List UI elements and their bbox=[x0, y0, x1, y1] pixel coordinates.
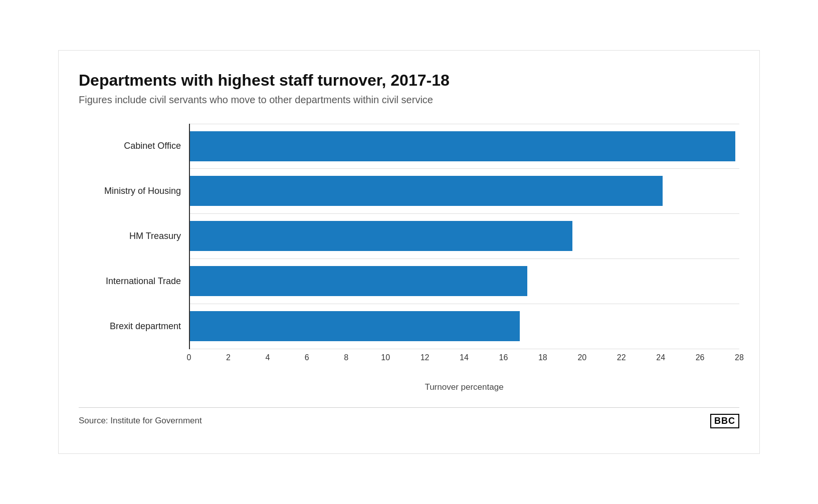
bar bbox=[190, 176, 663, 206]
x-tick-label: 6 bbox=[305, 353, 309, 362]
x-tick-label: 12 bbox=[421, 353, 430, 362]
y-labels: Cabinet OfficeMinistry of HousingHM Trea… bbox=[79, 124, 189, 349]
bar-row bbox=[190, 304, 739, 349]
x-tick-label: 4 bbox=[265, 353, 270, 362]
chart-title: Departments with highest staff turnover,… bbox=[79, 71, 739, 90]
x-tick-label: 8 bbox=[344, 353, 348, 362]
chart-footer: Source: Institute for Government BBC bbox=[79, 407, 739, 428]
y-label: HM Treasury bbox=[79, 214, 189, 259]
x-tick-label: 2 bbox=[226, 353, 231, 362]
x-tick-label: 0 bbox=[187, 353, 191, 362]
bars-section: Cabinet OfficeMinistry of HousingHM Trea… bbox=[79, 124, 739, 349]
bar bbox=[190, 311, 520, 341]
x-tick-label: 28 bbox=[735, 353, 744, 362]
x-tick-label: 20 bbox=[577, 353, 586, 362]
y-label: Cabinet Office bbox=[79, 124, 189, 169]
bar bbox=[190, 221, 572, 251]
source-text: Source: Institute for Government bbox=[79, 416, 202, 426]
x-tick-label: 16 bbox=[499, 353, 508, 362]
bbc-logo: BBC bbox=[710, 414, 739, 428]
y-label: Ministry of Housing bbox=[79, 169, 189, 214]
chart-container: Departments with highest staff turnover,… bbox=[58, 50, 760, 453]
chart-area: Cabinet OfficeMinistry of HousingHM Trea… bbox=[79, 124, 739, 392]
bar-row bbox=[190, 259, 739, 304]
x-tick-label: 10 bbox=[381, 353, 390, 362]
x-axis-label: Turnover percentage bbox=[189, 382, 739, 392]
bar bbox=[190, 266, 527, 296]
chart-subtitle: Figures include civil servants who move … bbox=[79, 94, 739, 106]
y-label: Brexit department bbox=[79, 304, 189, 349]
bar-row bbox=[190, 124, 739, 169]
x-axis-area: 0246810121416182022242628 Turnover perce… bbox=[189, 353, 739, 392]
x-tick-label: 18 bbox=[538, 353, 547, 362]
y-label: International Trade bbox=[79, 259, 189, 304]
bars-plot bbox=[189, 124, 739, 349]
x-tick-label: 26 bbox=[696, 353, 705, 362]
x-ticks-container: 0246810121416182022242628 bbox=[189, 353, 739, 368]
bar-row bbox=[190, 214, 739, 259]
bar bbox=[190, 131, 735, 161]
x-tick-label: 22 bbox=[617, 353, 626, 362]
x-tick-label: 14 bbox=[460, 353, 469, 362]
x-tick-label: 24 bbox=[656, 353, 665, 362]
bar-row bbox=[190, 169, 739, 214]
